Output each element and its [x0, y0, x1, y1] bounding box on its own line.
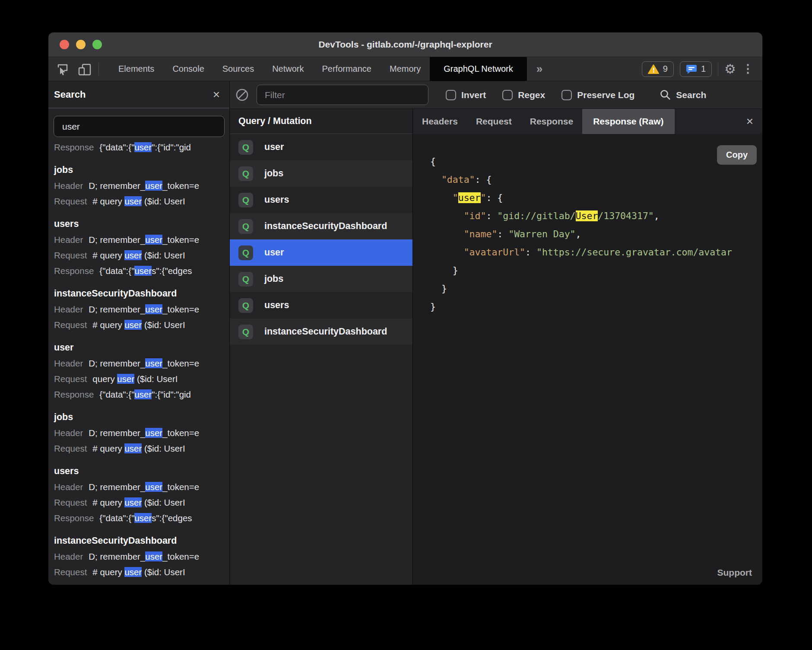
- search-result-line-label: Request: [54, 567, 87, 577]
- search-result-line[interactable]: Response{"data":{"user":{"id":"gid: [54, 387, 225, 402]
- json-line: "id": "gid://gitlab/User/13704317",: [430, 207, 762, 225]
- search-result-line[interactable]: Response{"data":{"users":{"edges: [54, 263, 225, 279]
- query-badge: Q: [238, 140, 253, 155]
- search-result-line-value: D; remember_user_token=e: [89, 428, 199, 438]
- devtools-tab[interactable]: Memory: [381, 57, 430, 81]
- search-result-line-value: D; remember_user_token=e: [89, 235, 199, 245]
- copy-button[interactable]: Copy: [717, 145, 757, 165]
- search-result-line-value: # query user ($id: UserI: [92, 196, 185, 206]
- search-result-line-value: # query user ($id: UserI: [92, 320, 185, 330]
- close-search-icon[interactable]: ×: [213, 89, 220, 101]
- titlebar: DevTools - gitlab.com/-/graphql-explorer: [48, 32, 762, 57]
- checkbox-label: Preserve Log: [577, 90, 634, 100]
- search-result-line[interactable]: HeaderD; remember_user_token=e: [54, 178, 225, 194]
- query-row[interactable]: Q instanceSecurityDashboard: [230, 319, 412, 345]
- search-result-line[interactable]: Request# query user ($id: UserI: [54, 194, 225, 209]
- devtools-tab[interactable]: Elements: [109, 57, 163, 81]
- search-result-line[interactable]: Request# query user ($id: UserI: [54, 317, 225, 333]
- settings-gear-icon[interactable]: ⚙: [724, 63, 736, 76]
- query-badge: Q: [238, 325, 253, 339]
- search-result-line[interactable]: HeaderD; remember_user_token=e: [54, 232, 225, 248]
- search-result-line[interactable]: HeaderD; remember_user_token=e: [54, 549, 225, 564]
- filter-checkbox[interactable]: Regex: [502, 90, 545, 100]
- search-result-group-title[interactable]: instanceSecurityDashboard: [54, 532, 225, 549]
- search-result-line-value: D; remember_user_token=e: [89, 551, 199, 561]
- search-result-line-value: # query user ($id: UserI: [92, 443, 185, 453]
- checkbox-box[interactable]: [561, 90, 572, 100]
- search-result-line[interactable]: Request# query user ($id: UserI: [54, 495, 225, 510]
- messages-badge[interactable]: 1: [680, 61, 712, 77]
- search-result-group-title[interactable]: user: [54, 339, 225, 356]
- search-result-line[interactable]: Response{"data":{"user":{"id":"gid: [54, 142, 191, 155]
- more-tabs-icon[interactable]: »: [527, 57, 552, 81]
- detail-tabs: HeadersRequestResponseResponse (Raw) ×: [413, 109, 762, 134]
- inspect-element-icon[interactable]: [55, 61, 71, 77]
- search-result-line-value: # query user ($id: UserI: [92, 250, 185, 260]
- search-result-line-value: # query user ($id: UserI: [92, 497, 185, 507]
- support-link[interactable]: Support: [717, 567, 752, 578]
- search-result-group-title[interactable]: jobs: [54, 409, 225, 425]
- filter-input[interactable]: [257, 85, 428, 105]
- search-input[interactable]: [54, 116, 225, 137]
- search-result-group-title[interactable]: jobs: [54, 162, 225, 178]
- query-badge: Q: [238, 298, 253, 313]
- devtools-tab[interactable]: Performance: [313, 57, 381, 81]
- search-result-line-label: Request: [54, 374, 87, 384]
- query-badge: Q: [238, 193, 253, 207]
- search-result-line-value: {"data":{"users":{"edges: [99, 266, 192, 276]
- query-row[interactable]: Q users: [230, 187, 412, 213]
- devtools-toolbar: ElementsConsoleSourcesNetworkPerformance…: [48, 57, 762, 81]
- search-result-group-title[interactable]: users: [54, 463, 225, 479]
- devtools-tab[interactable]: Network: [263, 57, 313, 81]
- search-result-line[interactable]: Request# query user ($id: UserI: [54, 564, 225, 580]
- devtools-tab[interactable]: Sources: [213, 57, 263, 81]
- query-row[interactable]: Q jobs: [230, 266, 412, 292]
- maximize-window-button[interactable]: [92, 40, 102, 49]
- search-result-group-title[interactable]: users: [54, 216, 225, 232]
- checkbox-box[interactable]: [502, 90, 513, 100]
- search-result-line-value: D; remember_user_token=e: [89, 181, 199, 191]
- json-line: }: [430, 280, 762, 298]
- query-row[interactable]: Q instanceSecurityDashboard: [230, 213, 412, 239]
- query-row[interactable]: Q user: [230, 134, 412, 160]
- query-row[interactable]: Q user: [230, 239, 412, 266]
- search-result-line[interactable]: HeaderD; remember_user_token=e: [54, 425, 225, 441]
- query-row[interactable]: Q users: [230, 292, 412, 319]
- filter-checkbox[interactable]: Preserve Log: [561, 90, 634, 100]
- clear-filter-icon[interactable]: [235, 88, 249, 102]
- detail-tab[interactable]: Response: [521, 109, 582, 134]
- devtools-tab[interactable]: Console: [163, 57, 213, 81]
- warnings-badge[interactable]: 9: [642, 61, 674, 77]
- search-result-group: user HeaderD; remember_user_token=e Requ…: [54, 339, 225, 402]
- detail-tab[interactable]: Request: [467, 109, 521, 134]
- search-result-group-title[interactable]: instanceSecurityDashboard: [54, 285, 225, 302]
- devtools-window: DevTools - gitlab.com/-/graphql-explorer…: [48, 32, 762, 585]
- search-result-line[interactable]: HeaderD; remember_user_token=e: [54, 302, 225, 317]
- search-result-line-label: Response: [54, 513, 94, 523]
- panel-search-toggle[interactable]: Search: [660, 89, 706, 101]
- tab-graphql-network[interactable]: GraphQL Network: [430, 57, 527, 81]
- filter-checkbox[interactable]: Invert: [446, 90, 486, 100]
- search-result-line[interactable]: HeaderD; remember_user_token=e: [54, 356, 225, 371]
- json-line: }: [430, 261, 762, 280]
- search-result-line[interactable]: HeaderD; remember_user_token=e: [54, 479, 225, 495]
- query-row[interactable]: Q jobs: [230, 160, 412, 187]
- minimize-window-button[interactable]: [76, 40, 86, 49]
- device-toolbar-icon[interactable]: [77, 61, 92, 77]
- search-result-line-label: Request: [54, 250, 87, 260]
- search-result-line[interactable]: Response{"data":{"users":{"edges: [54, 510, 225, 526]
- search-result-line-label: Request: [54, 320, 87, 330]
- query-row-label: instanceSecurityDashboard: [264, 326, 387, 337]
- search-result-line[interactable]: Request# query user ($id: UserI: [54, 441, 225, 456]
- close-detail-icon[interactable]: ×: [746, 115, 762, 127]
- network-filter-bar: Invert Regex Preserve Log Search: [230, 81, 762, 109]
- search-result-line[interactable]: Request# query user ($id: UserI: [54, 248, 225, 263]
- search-result-line-label: Header: [54, 482, 83, 492]
- close-window-button[interactable]: [60, 40, 69, 49]
- detail-tab[interactable]: Response (Raw): [582, 109, 674, 134]
- kebab-menu-icon[interactable]: ⋮: [742, 63, 754, 75]
- detail-tab[interactable]: Headers: [413, 109, 467, 134]
- search-result-line[interactable]: Requestquery user ($id: UserI: [54, 371, 225, 387]
- search-result-line-label: Header: [54, 304, 83, 314]
- checkbox-box[interactable]: [446, 90, 456, 100]
